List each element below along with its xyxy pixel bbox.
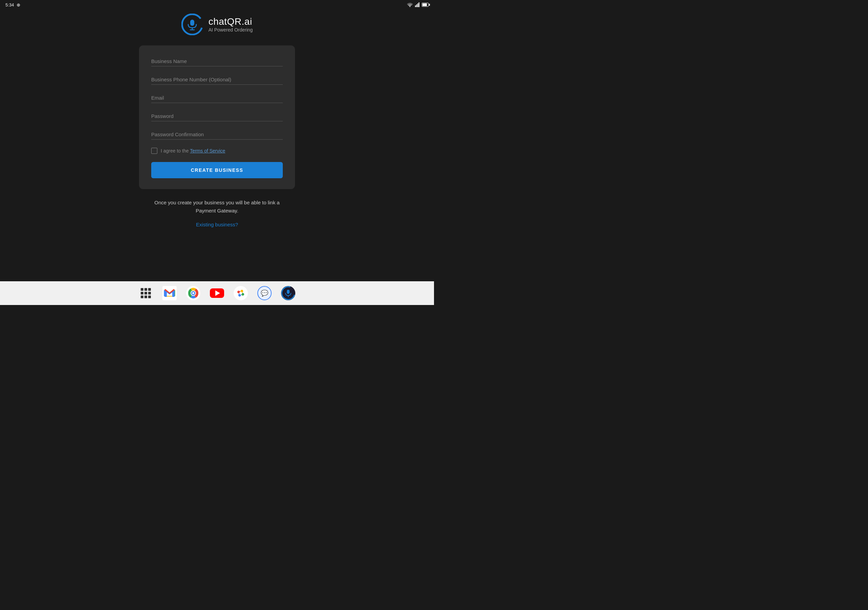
- gmail-icon: [163, 286, 177, 300]
- logo-subtitle: AI Powered Ordering: [209, 27, 253, 33]
- password-field: [151, 111, 283, 121]
- status-time: 5:34: [5, 2, 14, 8]
- signal-icon: [415, 2, 420, 7]
- messages-button[interactable]: 💬: [257, 286, 271, 300]
- business-name-input[interactable]: [151, 56, 283, 67]
- tos-label: I agree to the Terms of Service: [161, 148, 225, 153]
- svg-rect-20: [287, 290, 290, 294]
- photos-button[interactable]: [234, 286, 248, 300]
- status-bar-left: 5:34 ⊕: [5, 2, 20, 8]
- youtube-button[interactable]: [210, 286, 224, 300]
- password-confirmation-field: [151, 130, 283, 139]
- photos-icon: [234, 286, 248, 300]
- email-input[interactable]: [151, 93, 283, 103]
- existing-business-link[interactable]: Existing business?: [196, 221, 238, 228]
- create-business-button[interactable]: CREATE BUSINESS: [151, 162, 283, 178]
- info-text: Once you create your business you will b…: [154, 198, 279, 215]
- svg-rect-2: [417, 3, 418, 7]
- svg-rect-0: [415, 5, 416, 7]
- tos-link[interactable]: Terms of Service: [190, 148, 225, 153]
- gmail-button[interactable]: [163, 286, 177, 300]
- svg-rect-1: [416, 5, 417, 7]
- svg-rect-5: [190, 20, 194, 26]
- logo-title: chatQR.ai: [209, 16, 253, 27]
- app-logo-icon: [181, 14, 203, 35]
- email-field: [151, 93, 283, 103]
- youtube-icon: [210, 288, 224, 298]
- apps-grid-icon: [141, 288, 151, 298]
- password-input[interactable]: [151, 111, 283, 121]
- tos-row: I agree to the Terms of Service: [151, 148, 283, 154]
- messages-icon: 💬: [257, 286, 271, 300]
- chrome-button[interactable]: [186, 286, 200, 300]
- main-content: chatQR.ai AI Powered Ordering I agree to…: [0, 0, 434, 228]
- chatqr-taskbar-icon: [281, 286, 295, 300]
- svg-point-14: [239, 292, 242, 294]
- logo-section: chatQR.ai AI Powered Ordering: [181, 14, 253, 35]
- chatqr-app-button[interactable]: [281, 286, 295, 300]
- svg-point-12: [192, 292, 194, 294]
- tos-checkbox[interactable]: [151, 148, 157, 154]
- apps-grid-button[interactable]: [139, 286, 153, 300]
- signup-form-card: I agree to the Terms of Service CREATE B…: [139, 45, 295, 189]
- taskbar: 💬: [0, 281, 434, 305]
- password-confirmation-input[interactable]: [151, 130, 283, 139]
- status-bar-right: [407, 2, 429, 7]
- data-saver-icon: ⊕: [17, 2, 20, 8]
- business-phone-input[interactable]: [151, 74, 283, 85]
- logo-text: chatQR.ai AI Powered Ordering: [209, 16, 253, 33]
- chrome-icon: [186, 286, 200, 300]
- svg-rect-3: [419, 2, 420, 7]
- business-phone-field: [151, 74, 283, 85]
- status-bar: 5:34 ⊕: [0, 0, 434, 9]
- svg-text:💬: 💬: [261, 290, 268, 297]
- business-name-field: [151, 56, 283, 67]
- wifi-icon: [407, 2, 413, 7]
- battery-icon: [422, 3, 429, 7]
